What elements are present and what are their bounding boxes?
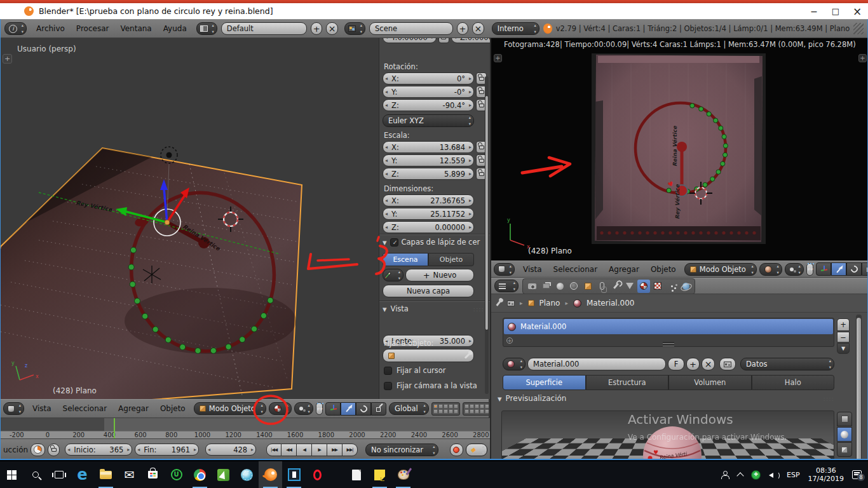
taskbar-app[interactable] <box>259 461 282 488</box>
view-panel-header[interactable]: Vista <box>383 304 484 313</box>
remove-material-slot-button[interactable]: − <box>837 332 850 342</box>
taskbar-app[interactable] <box>344 461 368 488</box>
link-source-select[interactable]: Datos <box>740 358 834 370</box>
context-tab[interactable] <box>526 280 538 293</box>
context-tab[interactable] <box>665 280 678 293</box>
lock-camera-checkbox[interactable] <box>384 382 392 390</box>
material-type-tab[interactable]: Volumen <box>668 375 752 390</box>
grease-pencil-checkbox[interactable] <box>390 238 398 247</box>
translate-button[interactable] <box>341 402 356 416</box>
context-tab[interactable] <box>595 280 608 293</box>
dimensions-field[interactable]: Z:0.00000 <box>383 221 474 233</box>
grease-new-button[interactable]: +Nuevo <box>405 269 474 281</box>
taskbar-app[interactable] <box>188 461 212 488</box>
frame-end-field[interactable]: Fin:1961 <box>135 444 199 456</box>
add-material-button[interactable] <box>686 358 700 370</box>
scene-name-field[interactable]: Scene <box>369 22 453 35</box>
layout-browse-button[interactable] <box>196 22 217 35</box>
viewport-shading-select[interactable] <box>269 402 292 415</box>
axis-tripod-button[interactable] <box>325 402 341 416</box>
menu-item[interactable]: Seleccionar <box>57 404 112 413</box>
preview-range-button[interactable] <box>31 444 45 456</box>
layout-name-field[interactable]: Default <box>221 22 307 35</box>
resize-grip[interactable] <box>663 342 674 343</box>
taskbar-app[interactable] <box>282 461 306 488</box>
taskbar-app[interactable] <box>141 461 165 488</box>
scene-browse-button[interactable] <box>344 22 365 35</box>
collapse-icon[interactable] <box>383 238 387 247</box>
jump-start-button[interactable] <box>266 444 281 456</box>
toolbar-expand-tab[interactable]: + <box>3 54 12 64</box>
material-name-field[interactable]: Material.000 <box>527 358 666 370</box>
pivot-point-select[interactable] <box>785 263 804 276</box>
location-field[interactable]: Y:0.00000 <box>383 38 437 43</box>
collapse-icon[interactable] <box>383 304 387 313</box>
play-button[interactable] <box>312 444 327 456</box>
play-reverse-button[interactable] <box>297 444 312 456</box>
context-tab[interactable] <box>567 280 580 293</box>
scale-button[interactable] <box>371 402 386 416</box>
menu-item[interactable]: Ayuda <box>158 24 193 33</box>
context-tab[interactable] <box>679 280 692 293</box>
context-tab[interactable] <box>637 280 650 293</box>
taskbar-app[interactable] <box>47 461 71 488</box>
context-tab[interactable] <box>609 280 622 293</box>
menu-item[interactable]: Archivo <box>31 24 71 33</box>
preview-sphere-button[interactable] <box>837 427 852 442</box>
grease-pencil-panel-header[interactable]: Capas de lápiz de cer <box>383 238 480 247</box>
scale-field[interactable]: Z:5.899 <box>383 168 474 180</box>
context-tab[interactable] <box>539 280 552 293</box>
material-type-tab[interactable]: Halo <box>752 375 835 390</box>
lock-time-button[interactable] <box>48 444 60 456</box>
taskbar-app[interactable] <box>391 461 415 488</box>
fake-user-button[interactable]: F <box>668 358 684 370</box>
close-button[interactable] <box>846 4 868 18</box>
layers-grid-1[interactable] <box>431 402 460 416</box>
editor-type-button[interactable] <box>494 263 515 276</box>
axis-tripod-button[interactable] <box>816 262 831 276</box>
add-material-slot-button[interactable]: + <box>837 318 850 331</box>
render-view[interactable]: Fotograma:428| Tiempo:00:00.09| Vérts:4 … <box>491 38 868 261</box>
lock-cursor-checkbox[interactable] <box>384 367 392 375</box>
collapse-icon[interactable] <box>498 394 502 403</box>
translate-button[interactable] <box>831 262 846 276</box>
viewport-3d-canvas[interactable]: Rey Vértice Reina Vértice y x z <box>1 38 379 399</box>
jump-end-button[interactable] <box>342 444 358 456</box>
plane-object[interactable] <box>1 148 302 399</box>
viewport-shading-select[interactable] <box>759 263 782 276</box>
menu-item[interactable]: Procesar <box>71 24 115 33</box>
menu-item[interactable]: Agregar <box>112 404 154 413</box>
lock-cursor-row[interactable]: Fijar al cursor <box>384 366 446 375</box>
scale-field[interactable]: X:13.684 <box>383 141 474 153</box>
preview-flat-button[interactable] <box>837 412 852 426</box>
context-tab[interactable] <box>553 280 566 293</box>
rotation-field[interactable]: X:0° <box>383 72 474 85</box>
taskbar-app[interactable] <box>94 461 118 488</box>
taskbar-app[interactable] <box>235 461 259 488</box>
layer-cell[interactable] <box>433 404 438 409</box>
context-tab[interactable] <box>581 280 594 293</box>
lock-button[interactable] <box>438 38 449 43</box>
frame-start-field[interactable]: Inicio:365 <box>65 444 132 456</box>
record-button[interactable] <box>450 444 463 456</box>
clock[interactable]: 08:36 17/4/2019 <box>808 466 844 483</box>
tab-objeto[interactable]: Objeto <box>428 253 474 266</box>
scale-button[interactable] <box>862 262 868 276</box>
lock-camera-row[interactable]: Fijar cámara a la vista <box>384 381 477 390</box>
dimensions-field[interactable]: X:27.36765 <box>383 194 474 207</box>
sync-mode-select[interactable]: No sincronizar <box>365 444 438 456</box>
menu-item[interactable]: Seleccionar <box>548 265 603 274</box>
mode-select[interactable]: Modo Objeto <box>194 402 266 415</box>
editor-type-button[interactable] <box>494 280 519 292</box>
timeline-playhead[interactable] <box>114 418 115 438</box>
taskbar-app[interactable] <box>165 461 188 488</box>
current-frame-field[interactable]: 428 <box>205 444 256 456</box>
mode-select[interactable]: Modo Objeto <box>684 263 757 276</box>
node-icon[interactable] <box>507 301 515 306</box>
delete-layout-button[interactable] <box>326 22 338 35</box>
eyedropper-icon[interactable] <box>465 353 470 358</box>
speaker-icon[interactable] <box>769 471 778 479</box>
tab-escena[interactable]: Escena <box>383 253 428 266</box>
material-slot-row[interactable]: Material.000 <box>504 319 833 334</box>
rotation-field[interactable]: Y:-0° <box>383 86 474 98</box>
